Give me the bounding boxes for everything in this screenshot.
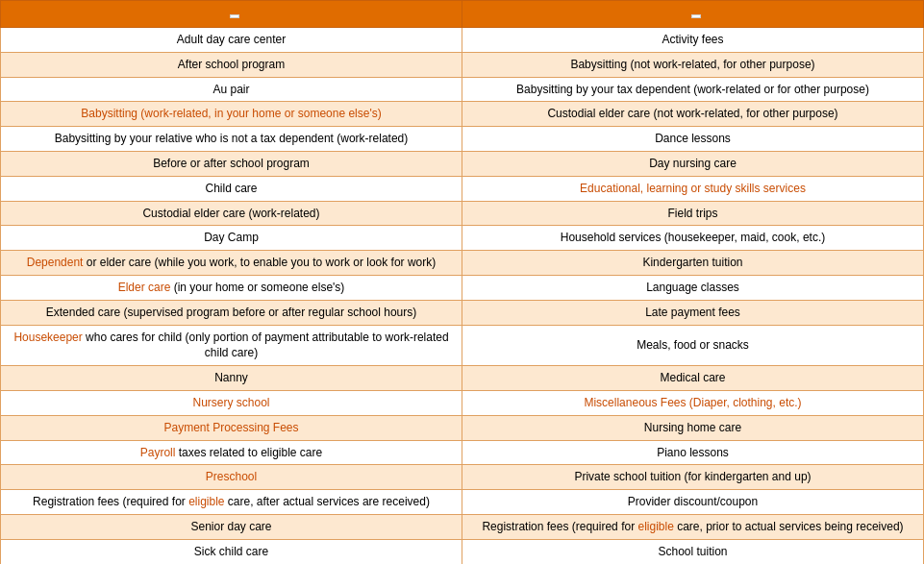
table-cell-right: Educational, learning or study skills se… [462,176,924,201]
table-cell-left: Nursery school [1,390,462,415]
main-table-container: Adult day care centerActivity feesAfter … [0,0,924,564]
table-cell-left: Preschool [1,465,462,490]
table-cell-right: Field trips [462,201,924,226]
table-cell-right: Household services (housekeeper, maid, c… [462,226,924,251]
table-cell-left: After school program [1,52,462,77]
table-cell-right: Day nursing care [462,151,924,176]
table-cell-right: Provider discount/coupon [462,490,924,515]
right-header-dropdown[interactable] [691,14,701,18]
table-cell-left: Au pair [1,77,462,102]
table-cell-left: Nanny [1,366,462,391]
table-cell-left: Dependent or elder care (while you work,… [1,251,462,276]
table-cell-right: Private school tuition (for kindergarten… [462,465,924,490]
left-header[interactable] [1,1,462,28]
table-cell-left: Extended care (supervised program before… [1,300,462,325]
table-cell-left: Before or after school program [1,151,462,176]
table-cell-left: Housekeeper who cares for child (only po… [1,325,462,366]
table-cell-left: Babysitting by your relative who is not … [1,127,462,152]
table-cell-right: Kindergarten tuition [462,251,924,276]
table-cell-right: Activity fees [462,28,924,53]
table-cell-right: Piano lessons [462,440,924,465]
table-cell-left: Babysitting (work-related, in your home … [1,102,462,127]
table-cell-right: Registration fees (required for eligible… [462,514,924,539]
table-cell-right: Dance lessons [462,127,924,152]
table-cell-right: Nursing home care [462,415,924,440]
table-cell-left: Elder care (in your home or someone else… [1,275,462,300]
table-cell-right: Medical care [462,366,924,391]
table-cell-left: Payroll taxes related to eligible care [1,440,462,465]
table-cell-left: Registration fees (required for eligible… [1,490,462,515]
table-cell-right: Miscellaneous Fees (Diaper, clothing, et… [462,390,924,415]
eligibility-table: Adult day care centerActivity feesAfter … [0,0,924,564]
table-cell-right: Custodial elder care (not work-related, … [462,102,924,127]
table-cell-left: Day Camp [1,226,462,251]
left-header-dropdown[interactable] [230,14,239,18]
right-header[interactable] [462,1,924,28]
table-cell-left: Senior day care [1,514,462,539]
table-cell-left: Sick child care [1,539,462,564]
table-cell-right: Language classes [462,275,924,300]
table-cell-left: Payment Processing Fees [1,415,462,440]
table-cell-right: School tuition [462,539,924,564]
table-cell-left: Adult day care center [1,28,462,53]
table-cell-left: Child care [1,176,462,201]
table-cell-right: Babysitting (not work-related, for other… [462,52,924,77]
table-cell-left: Custodial elder care (work-related) [1,201,462,226]
table-cell-right: Babysitting by your tax dependent (work-… [462,77,924,102]
table-cell-right: Late payment fees [462,300,924,325]
table-cell-right: Meals, food or snacks [462,325,924,366]
